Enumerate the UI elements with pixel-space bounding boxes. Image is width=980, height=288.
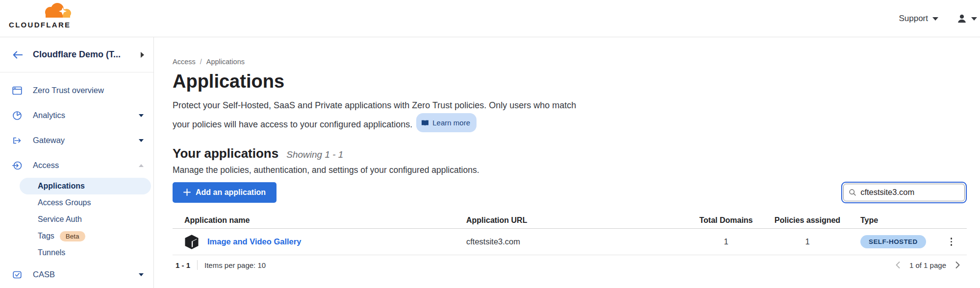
sidebar-item-label: Tags (38, 232, 54, 240)
sidebar-item-label: CASB (33, 270, 55, 279)
plus-icon (183, 189, 191, 196)
col-header-type: Type (841, 216, 967, 225)
cloudflare-wordmark: CLOUDFLARE (9, 21, 75, 29)
chevron-down-icon (139, 273, 144, 276)
application-name-link[interactable]: Image and Video Gallery (207, 237, 301, 246)
user-icon (956, 13, 967, 24)
chevron-down-icon (139, 139, 144, 142)
account-menu[interactable] (956, 13, 977, 24)
add-application-button[interactable]: Add an application (173, 182, 276, 203)
book-icon (421, 120, 429, 126)
window-icon (12, 86, 22, 96)
col-header-application-name: Application name (173, 216, 466, 225)
sidebar-item-tags[interactable]: Tags Beta (20, 228, 151, 244)
search-input[interactable] (860, 188, 959, 197)
table-row: Image and Video Gallery cftestsite3.com … (173, 229, 967, 255)
access-subnav: Applications Access Groups Service Auth … (0, 178, 153, 261)
sidebar-item-label: Analytics (33, 111, 65, 120)
previous-page-button[interactable] (894, 261, 903, 269)
type-badge: SELF-HOSTED (860, 235, 926, 248)
pie-chart-icon (12, 111, 22, 120)
chevron-left-icon (894, 261, 903, 269)
pagination-range: 1 - 1 (173, 261, 197, 269)
sidebar-item-zero-trust-overview[interactable]: Zero Trust overview (0, 78, 153, 103)
section-title: Your applications (173, 146, 278, 161)
gateway-icon (12, 136, 22, 145)
sidebar: Cloudflare Demo (T... Zero Trust overvie… (0, 37, 154, 288)
sidebar-item-label: Zero Trust overview (33, 86, 104, 95)
sidebar-item-tunnels[interactable]: Tunnels (20, 244, 151, 261)
support-label: Support (899, 14, 928, 24)
sidebar-item-label: Service Auth (38, 215, 82, 224)
application-url: cftestsite3.com (466, 237, 699, 246)
page-description: Protect your Self-Hosted, SaaS and Priva… (173, 98, 578, 132)
app-cube-icon (184, 234, 199, 250)
learn-more-label: Learn more (432, 115, 470, 130)
row-actions-menu[interactable] (949, 236, 955, 248)
account-name: Cloudflare Demo (T... (33, 49, 121, 60)
total-domains-value: 1 (699, 237, 753, 246)
breadcrumb-access[interactable]: Access (173, 58, 196, 66)
back-arrow-icon[interactable] (12, 50, 23, 59)
sidebar-item-label: Tunnels (38, 248, 65, 257)
col-header-application-url: Application URL (466, 216, 699, 225)
next-page-button[interactable] (953, 261, 962, 269)
chevron-right-icon (953, 261, 962, 269)
chevron-down-icon (932, 17, 938, 21)
sidebar-item-access-groups[interactable]: Access Groups (20, 194, 151, 211)
section-subtitle: Manage the policies, authentication, and… (173, 164, 967, 176)
main-content: Access / Applications Applications Prote… (173, 37, 967, 275)
chevron-down-icon (971, 17, 977, 21)
breadcrumb-separator: / (200, 58, 202, 66)
applications-table: Application name Application URL Total D… (173, 212, 967, 255)
add-application-label: Add an application (196, 188, 266, 197)
account-switcher[interactable]: Cloudflare Demo (T... (0, 37, 153, 72)
toolbar: Add an application (173, 181, 967, 203)
table-header-row: Application name Application URL Total D… (173, 212, 967, 229)
showing-count: Showing 1 - 1 (286, 149, 343, 160)
chevron-up-icon (139, 164, 144, 167)
sidebar-item-label: Access Groups (38, 198, 91, 207)
breadcrumb-applications: Applications (206, 58, 245, 66)
learn-more-badge[interactable]: Learn more (416, 113, 477, 132)
casb-icon (12, 270, 22, 280)
breadcrumb: Access / Applications (173, 58, 967, 66)
page-title: Applications (173, 70, 967, 93)
sidebar-item-label: Access (33, 161, 59, 170)
sidebar-item-applications[interactable]: Applications (20, 178, 151, 194)
sidebar-item-analytics[interactable]: Analytics (0, 103, 153, 128)
items-per-page[interactable]: Items per page: 10 (198, 261, 266, 269)
cloudflare-logo: CLOUDFLARE (9, 2, 75, 29)
policies-assigned-value: 1 (774, 237, 841, 246)
sidebar-item-access[interactable]: Access (0, 153, 153, 178)
page-description-text: Protect your Self-Hosted, SaaS and Priva… (173, 100, 576, 129)
sidebar-nav: Zero Trust overview Analytics Gateway (0, 72, 153, 178)
pagination: 1 - 1 Items per page: 10 1 of 1 page (173, 255, 967, 275)
sidebar-nav-lower: CASB (0, 261, 153, 287)
beta-badge: Beta (60, 231, 85, 241)
col-header-policies-assigned: Policies assigned (774, 216, 841, 225)
chevron-right-icon (141, 52, 144, 58)
sidebar-item-label: Applications (38, 182, 85, 191)
sidebar-item-label: Gateway (33, 136, 65, 145)
search-icon (849, 188, 856, 196)
page-indicator: 1 of 1 page (909, 261, 946, 269)
sidebar-item-gateway[interactable]: Gateway (0, 128, 153, 153)
sidebar-item-service-auth[interactable]: Service Auth (20, 211, 151, 228)
sidebar-item-casb[interactable]: CASB (0, 262, 153, 287)
chevron-down-icon (139, 114, 144, 117)
login-icon (12, 161, 22, 170)
support-menu[interactable]: Support (899, 14, 938, 24)
col-header-total-domains: Total Domains (699, 216, 753, 225)
search-box (841, 182, 967, 203)
cloudflare-cloud-icon (41, 2, 73, 19)
top-header: CLOUDFLARE Support (0, 0, 980, 37)
